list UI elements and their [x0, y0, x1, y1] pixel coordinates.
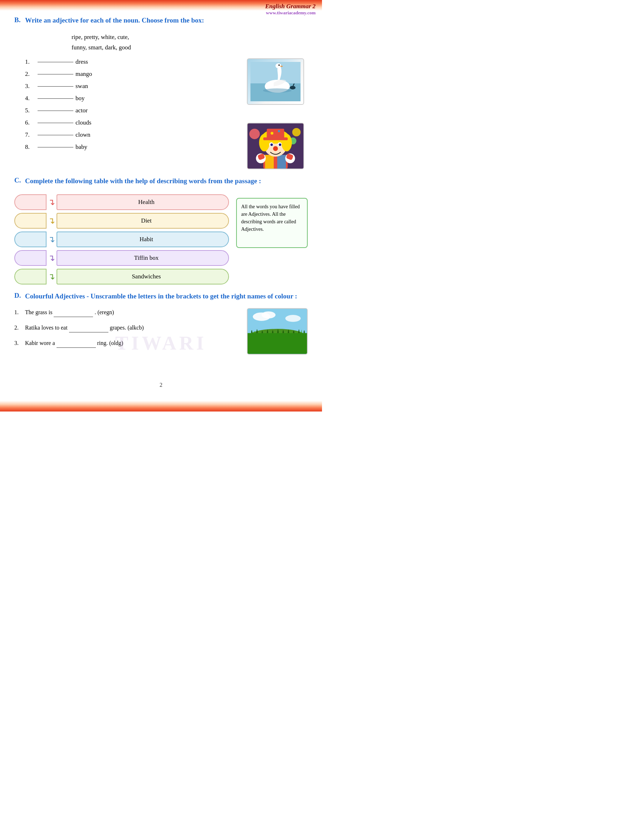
d-text-2b: grapes. (alkcb)	[110, 323, 144, 332]
svg-point-34	[285, 315, 301, 322]
d-text-2a: Ratika loves to eat	[25, 323, 67, 332]
list-item: 6.clouds	[25, 119, 247, 126]
arrow-habit: ↴	[48, 235, 55, 244]
section-b-header: B. Write an adjective for each of the no…	[14, 16, 308, 30]
svg-point-21	[279, 144, 281, 146]
label-diet: Diet	[141, 217, 151, 224]
pill-habit: Habit	[57, 231, 229, 247]
left-tab-habit	[14, 231, 46, 247]
left-tab-health	[14, 194, 46, 210]
table-row-habit: ↴ Habit	[14, 231, 229, 247]
table-row-sandwiches: ↴ Sandwiches	[14, 269, 229, 285]
section-c: C. Complete the following table with the…	[14, 176, 308, 285]
svg-rect-13	[277, 155, 286, 169]
table-row-diet: ↴ Diet	[14, 213, 229, 228]
section-c-letter: C.	[14, 176, 22, 184]
pill-diet: Diet	[57, 213, 229, 228]
svg-point-6	[290, 86, 296, 89]
blank-line	[38, 123, 74, 123]
website-label: www.tiwariacademy.com	[265, 10, 316, 16]
svg-rect-36	[248, 333, 307, 354]
svg-point-22	[273, 146, 278, 151]
d-num-2: 2.	[14, 323, 25, 332]
left-tab-tiffin	[14, 250, 46, 266]
page-header: English Grammar 2 www.tiwariacademy.com	[265, 3, 316, 16]
exercise-list: 1.dress 2.mango 3.swan 4.boy 5.actor 6.c…	[25, 58, 247, 151]
d-text-3a: Kabir wore a	[25, 339, 55, 348]
svg-rect-24	[263, 137, 288, 140]
item-num: 6.	[25, 119, 38, 126]
section-d-title: Colourful Adjectives - Unscramble the le…	[25, 292, 297, 301]
d-question-1: 1. The grass is . (eregn)	[14, 308, 240, 317]
exercise-area: 1.dress 2.mango 3.swan 4.boy 5.actor 6.c…	[14, 58, 308, 169]
clown-image	[247, 123, 304, 169]
d-text-3b: ring. (oldg)	[97, 339, 123, 348]
d-text-1b: . (eregn)	[95, 308, 114, 317]
grass-image	[247, 308, 308, 355]
svg-point-25	[270, 132, 273, 135]
list-item: 3.swan	[25, 83, 247, 90]
noun-label: mango	[75, 70, 92, 78]
pill-health: Health	[57, 194, 229, 210]
d-blank-2	[69, 323, 109, 333]
section-c-title: Complete the following table with the he…	[25, 176, 261, 186]
list-item: 7.clown	[25, 131, 247, 138]
arrow-sandwiches: ↴	[48, 272, 55, 281]
blank-line	[38, 147, 74, 147]
exercise-questions: 1.dress 2.mango 3.swan 4.boy 5.actor 6.c…	[14, 58, 247, 169]
noun-label: clouds	[75, 119, 91, 126]
svg-point-5	[263, 88, 291, 93]
d-question-2: 2. Ratika loves to eat grapes. (alkcb)	[14, 323, 240, 333]
svg-point-26	[278, 130, 280, 132]
table-row-tiffin: ↴ Tiffin box	[14, 250, 229, 266]
pill-sandwiches: Sandwiches	[57, 269, 229, 285]
svg-point-8	[249, 129, 260, 139]
d-blank-1	[54, 308, 93, 317]
svg-point-33	[262, 311, 276, 319]
svg-rect-23	[267, 129, 284, 138]
item-num: 2.	[25, 70, 38, 78]
list-item: 1.dress	[25, 58, 247, 66]
item-num: 5.	[25, 107, 38, 114]
item-num: 8.	[25, 144, 38, 151]
d-blank-3	[57, 339, 96, 348]
section-d-questions: 1. The grass is . (eregn) 2. Ratika love…	[14, 308, 240, 355]
table-rows: ↴ Health ↴ Diet	[14, 194, 229, 285]
noun-label: dress	[75, 58, 88, 66]
list-item: 8.baby	[25, 144, 247, 151]
list-item: 4.boy	[25, 95, 247, 102]
word-box: ripe, pretty, white, cute, funny, smart,…	[72, 32, 308, 53]
label-habit: Habit	[140, 236, 153, 243]
label-sandwiches: Sandwiches	[132, 273, 161, 280]
label-tiffin: Tiffin box	[134, 254, 159, 262]
section-d-letter: D.	[14, 292, 22, 299]
noun-label: swan	[75, 83, 88, 90]
left-tab-sandwiches	[14, 269, 46, 285]
arrow-tiffin: ↴	[48, 254, 55, 262]
note-text: All the words you have filled are Adject…	[241, 204, 300, 232]
item-num: 1.	[25, 58, 38, 66]
svg-point-20	[270, 144, 273, 146]
section-b-title: Write an adjective for each of the noun.…	[25, 16, 204, 25]
svg-point-4	[278, 64, 280, 66]
section-b-letter: B.	[14, 16, 22, 24]
blank-line	[38, 86, 74, 87]
svg-point-9	[292, 128, 301, 136]
svg-rect-12	[265, 155, 274, 169]
pill-tiffin: Tiffin box	[57, 250, 229, 266]
noun-label: boy	[75, 95, 85, 102]
blank-line	[38, 110, 74, 111]
item-num: 3.	[25, 83, 38, 90]
d-text-1a: The grass is	[25, 308, 52, 317]
noun-label: baby	[75, 144, 87, 151]
d-question-3: 3. Kabir wore a ring. (oldg)	[14, 339, 240, 348]
adjectives-note: All the words you have filled are Adject…	[236, 198, 308, 248]
blank-line	[38, 74, 74, 74]
item-num: 4.	[25, 95, 38, 102]
section-d-header: D. Colourful Adjectives - Unscramble the…	[14, 292, 308, 306]
section-c-container: ↴ Health ↴ Diet	[14, 194, 308, 285]
page-number: 2	[159, 382, 163, 401]
section-b-images	[247, 58, 308, 169]
label-health: Health	[138, 199, 154, 206]
book-title: English Grammar 2	[265, 3, 316, 10]
